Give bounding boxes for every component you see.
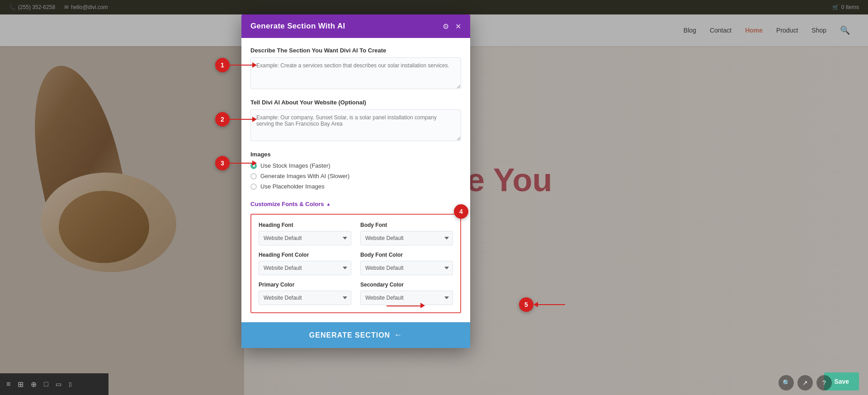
annotation-2: 2 xyxy=(215,112,257,127)
radio-ai[interactable]: Generate Images With AI (Slower) xyxy=(250,173,461,179)
heading-color-field: Heading Font Color Website Default xyxy=(259,252,351,275)
secondary-color-select[interactable]: Website Default xyxy=(360,291,453,305)
customize-fonts-link[interactable]: Customize Fonts & Colors ▲ xyxy=(250,201,330,207)
body-font-label: Body Font xyxy=(360,222,453,228)
body-font-select[interactable]: Website Default xyxy=(360,231,453,245)
website-info-field: Tell Divi AI About Your Website (Optiona… xyxy=(250,99,461,143)
primary-color-label: Primary Color xyxy=(259,282,351,288)
heading-color-select[interactable]: Website Default xyxy=(259,261,351,275)
secondary-color-field: Secondary Color Website Default xyxy=(360,282,453,305)
toolbar-menu-icon[interactable]: ≡ xyxy=(6,380,10,388)
search-tool-icon[interactable]: 🔍 xyxy=(778,375,794,390)
body-color-label: Body Font Color xyxy=(360,252,453,258)
annotation-1: 1 xyxy=(215,58,257,72)
annotation-4: 4 xyxy=(454,204,468,219)
toolbar-desktop-icon[interactable]: □ xyxy=(44,380,48,388)
chevron-up-icon: ▲ xyxy=(326,202,331,207)
annotation-3: 3 xyxy=(215,156,257,170)
radio-group: Use Stock Images (Faster) Generate Image… xyxy=(250,162,461,190)
radio-stock[interactable]: Use Stock Images (Faster) xyxy=(250,162,461,169)
modal-body: Describe The Section You Want Divi AI To… xyxy=(241,38,470,322)
body-color-field: Body Font Color Website Default xyxy=(360,252,453,275)
arrow-to-generate xyxy=(387,306,423,306)
images-label: Images xyxy=(250,151,461,158)
close-icon[interactable]: ✕ xyxy=(455,22,461,31)
section-description-field: Describe The Section You Want Divi AI To… xyxy=(250,47,461,91)
modal: Generate Section With AI ⚙ ✕ Describe Th… xyxy=(241,14,470,348)
fonts-colors-box: Heading Font Website Default Body Font W… xyxy=(250,214,461,313)
secondary-color-label: Secondary Color xyxy=(360,282,453,288)
modal-header-icons: ⚙ ✕ xyxy=(443,22,461,31)
primary-color-field: Primary Color Website Default xyxy=(259,282,351,305)
arrow-left-icon: ← xyxy=(394,330,402,340)
radio-placeholder-indicator xyxy=(250,183,257,190)
modal-footer: Generate Section ← xyxy=(241,322,470,348)
heading-font-label: Heading Font xyxy=(259,222,351,228)
share-tool-icon[interactable]: ↗ xyxy=(797,375,813,390)
modal-header: Generate Section With AI ⚙ ✕ xyxy=(241,14,470,38)
bottom-right-icons: 🔍 ↗ ? xyxy=(778,375,832,390)
heading-font-select[interactable]: Website Default xyxy=(259,231,351,245)
heading-color-label: Heading Font Color xyxy=(259,252,351,258)
toolbar-grid-icon[interactable]: ⊞ xyxy=(18,380,24,389)
toolbar-search-icon[interactable]: ⊕ xyxy=(31,380,37,389)
section-description-label: Describe The Section You Want Divi AI To… xyxy=(250,47,461,54)
settings-icon[interactable]: ⚙ xyxy=(443,22,449,31)
generate-section-button[interactable]: Generate Section ← xyxy=(241,322,470,348)
website-info-label: Tell Divi AI About Your Website (Optiona… xyxy=(250,99,461,106)
body-color-select[interactable]: Website Default xyxy=(360,261,453,275)
radio-ai-indicator xyxy=(250,173,257,179)
help-tool-icon[interactable]: ? xyxy=(816,375,832,390)
fonts-grid: Heading Font Website Default Body Font W… xyxy=(259,222,453,305)
images-section: Images Use Stock Images (Faster) Generat… xyxy=(250,151,461,190)
annotation-5: 5 xyxy=(519,297,565,312)
toolbar-mobile-icon[interactable]: ▯ xyxy=(69,381,72,387)
section-description-input[interactable] xyxy=(250,57,461,89)
heading-font-field: Heading Font Website Default xyxy=(259,222,351,245)
bottom-toolbar: ≡ ⊞ ⊕ □ ▭ ▯ xyxy=(0,373,108,395)
modal-title: Generate Section With AI xyxy=(250,22,345,31)
body-font-field: Body Font Website Default xyxy=(360,222,453,245)
toolbar-tablet-icon[interactable]: ▭ xyxy=(56,381,61,388)
website-info-input[interactable] xyxy=(250,109,461,141)
primary-color-select[interactable]: Website Default xyxy=(259,291,351,305)
radio-placeholder[interactable]: Use Placeholder Images xyxy=(250,183,461,190)
